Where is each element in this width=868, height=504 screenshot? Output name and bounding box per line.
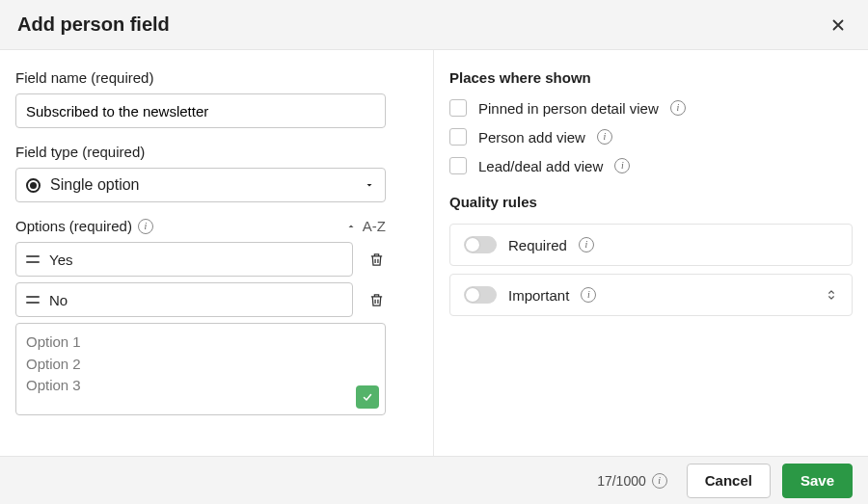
option-input[interactable]: Yes: [15, 242, 353, 277]
bulk-confirm-button[interactable]: [356, 385, 379, 409]
bulk-placeholder-line: Option 1: [26, 332, 375, 354]
field-type-group: Field type (required) Single option: [15, 144, 418, 202]
field-type-value: Single option: [50, 176, 140, 194]
info-icon[interactable]: i: [138, 219, 153, 234]
char-count-value: 17/1000: [597, 473, 646, 489]
info-icon[interactable]: i: [581, 287, 596, 303]
info-icon[interactable]: i: [597, 129, 612, 145]
drag-handle-icon[interactable]: [26, 255, 40, 263]
quality-rule-card: Requiredi: [449, 224, 853, 266]
place-label: Person add view: [478, 129, 585, 146]
expand-icon[interactable]: [825, 288, 838, 302]
sort-az-label: A-Z: [363, 218, 386, 234]
field-name-label: Field name (required): [15, 69, 418, 86]
drag-handle-icon[interactable]: [26, 296, 40, 304]
sort-up-icon: [345, 221, 357, 232]
check-icon: [362, 390, 373, 404]
bulk-placeholder-line: Option 2: [26, 354, 375, 376]
option-input[interactable]: No: [15, 282, 353, 317]
option-row: Yes: [15, 242, 418, 277]
bulk-placeholder-line: Option 3: [26, 375, 375, 397]
single-option-icon: [26, 178, 41, 193]
option-value: Yes: [49, 252, 342, 268]
rule-label: Important: [508, 287, 569, 304]
checkbox[interactable]: [449, 157, 467, 174]
sort-az-button[interactable]: A-Z: [345, 218, 386, 234]
close-button[interactable]: [826, 13, 851, 38]
field-type-label: Field type (required): [15, 144, 418, 160]
trash-icon: [368, 252, 385, 268]
modal-body: Field name (required) Field type (requir…: [0, 50, 868, 456]
place-row: Lead/deal add viewi: [449, 157, 853, 174]
modal-header: Add person field: [0, 0, 868, 50]
quality-rules-title: Quality rules: [449, 194, 853, 210]
cancel-button[interactable]: Cancel: [687, 464, 771, 498]
places-title: Places where shown: [449, 69, 853, 86]
info-icon[interactable]: i: [652, 473, 667, 489]
checkbox[interactable]: [449, 128, 467, 146]
option-value: No: [49, 292, 342, 308]
bulk-options-input[interactable]: Option 1Option 2Option 3: [15, 323, 386, 415]
place-row: Person add viewi: [449, 128, 853, 146]
field-name-group: Field name (required): [15, 69, 418, 128]
quality-rules-section: Quality rules RequirediImportanti: [449, 194, 853, 316]
rule-toggle[interactable]: [464, 286, 497, 304]
rule-label: Required: [508, 237, 567, 253]
delete-option-button[interactable]: [365, 248, 389, 272]
modal-footer: 17/1000 i Cancel Save: [0, 456, 868, 504]
left-column: Field name (required) Field type (requir…: [0, 50, 434, 456]
info-icon[interactable]: i: [579, 237, 594, 252]
options-group: Options (required) i A-Z YesNo Option 1O…: [15, 218, 418, 415]
modal-title: Add person field: [17, 13, 170, 36]
right-column: Places where shown Pinned in person deta…: [434, 50, 868, 456]
field-type-select[interactable]: Single option: [15, 168, 386, 202]
info-icon[interactable]: i: [670, 100, 686, 116]
save-button[interactable]: Save: [782, 464, 853, 498]
field-name-input[interactable]: [15, 93, 386, 128]
char-count: 17/1000 i: [597, 473, 667, 489]
place-label: Pinned in person detail view: [478, 100, 659, 117]
rule-toggle[interactable]: [464, 236, 497, 253]
trash-icon: [368, 292, 385, 308]
delete-option-button[interactable]: [365, 288, 389, 312]
checkbox[interactable]: [449, 99, 467, 117]
option-row: No: [15, 282, 418, 317]
chevron-down-icon: [364, 179, 375, 191]
info-icon[interactable]: i: [614, 158, 630, 173]
close-icon: [829, 16, 847, 34]
place-row: Pinned in person detail viewi: [449, 99, 853, 117]
place-label: Lead/deal add view: [478, 158, 603, 174]
quality-rule-card: Importanti: [449, 274, 853, 316]
options-label: Options (required): [15, 218, 132, 234]
